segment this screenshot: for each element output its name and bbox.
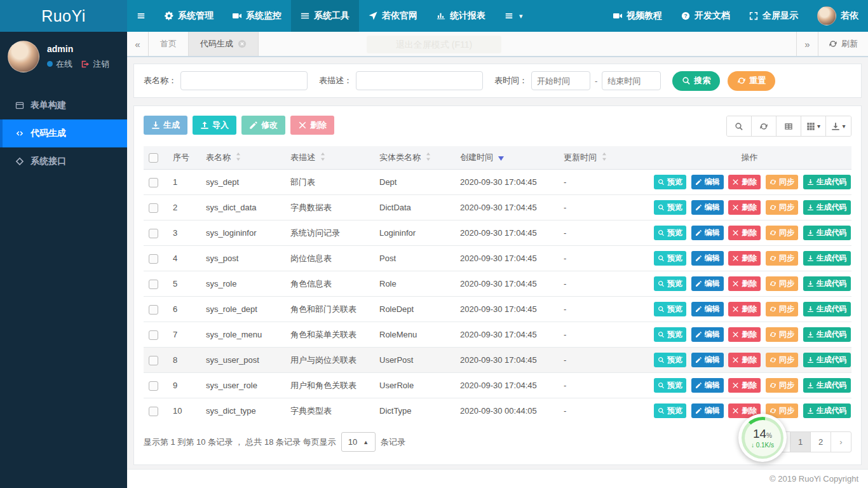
nav-item-system-monitor[interactable]: 系统监控 — [223, 0, 291, 32]
nav-item-system-manage[interactable]: 系统管理 — [155, 0, 223, 32]
row-delete-button[interactable]: 删除 — [728, 200, 761, 215]
sidebar-item-system-api[interactable]: 系统接口 — [0, 147, 127, 175]
tab-refresh-button[interactable]: 刷新 — [818, 32, 868, 56]
row-checkbox[interactable] — [149, 330, 158, 340]
sidebar-item-code-generation[interactable]: 代码生成 — [0, 119, 127, 147]
select-all-checkbox[interactable] — [149, 153, 158, 163]
row-checkbox[interactable] — [149, 229, 158, 238]
row-generate-code-button[interactable]: 生成代码 — [803, 276, 851, 291]
preview-button[interactable]: 预览 — [654, 226, 686, 240]
tabs-scroll-right-button[interactable]: » — [796, 32, 818, 56]
col-header-table-name[interactable]: 表名称 — [201, 146, 285, 170]
preview-button[interactable]: 预览 — [654, 378, 686, 393]
nav-item-fullscreen[interactable]: 全屏显示 — [740, 0, 808, 32]
row-generate-code-button[interactable]: 生成代码 — [803, 403, 851, 418]
row-delete-button[interactable]: 删除 — [728, 378, 761, 393]
row-edit-button[interactable]: 编辑 — [691, 251, 724, 266]
col-header-entity[interactable]: 实体类名称 — [374, 146, 455, 170]
download-progress-widget[interactable]: 14% ↓ 0.1K/s — [738, 414, 787, 462]
row-checkbox[interactable] — [149, 305, 158, 315]
row-delete-button[interactable]: 删除 — [728, 327, 761, 342]
nav-item-dev-docs[interactable]: ? 开发文档 — [672, 0, 740, 32]
row-sync-button[interactable]: 同步 — [766, 353, 798, 367]
row-checkbox[interactable] — [149, 178, 158, 187]
row-sync-button[interactable]: 同步 — [766, 327, 798, 342]
tab-close-icon[interactable] — [238, 39, 247, 48]
table-export-button[interactable]: ▾ — [826, 116, 851, 136]
row-checkbox[interactable] — [149, 407, 158, 416]
row-generate-code-button[interactable]: 生成代码 — [803, 251, 851, 266]
logout-link[interactable]: 注销 — [93, 58, 109, 70]
row-checkbox[interactable] — [149, 356, 158, 365]
preview-button[interactable]: 预览 — [654, 251, 686, 266]
page-button-2[interactable]: 2 — [810, 431, 831, 452]
tabs-scroll-left-button[interactable]: « — [127, 32, 149, 56]
reset-button[interactable]: 重置 — [728, 71, 775, 91]
nav-item-stats-report[interactable]: 统计报表 — [427, 0, 495, 32]
nav-item-video-tutorial[interactable]: 视频教程 — [604, 0, 672, 32]
preview-button[interactable]: 预览 — [654, 276, 686, 291]
end-time-input[interactable] — [602, 71, 661, 90]
row-delete-button[interactable]: 删除 — [728, 302, 761, 316]
table-desc-input[interactable] — [356, 71, 483, 90]
row-edit-button[interactable]: 编辑 — [691, 175, 724, 189]
table-name-input[interactable] — [180, 71, 308, 90]
page-size-select[interactable]: 10 ▲ — [341, 432, 376, 452]
start-time-input[interactable] — [531, 71, 590, 90]
preview-button[interactable]: 预览 — [654, 175, 686, 189]
row-edit-button[interactable]: 编辑 — [691, 403, 724, 418]
row-generate-code-button[interactable]: 生成代码 — [803, 378, 851, 393]
sidebar-toggle-button[interactable] — [127, 0, 155, 32]
row-sync-button[interactable]: 同步 — [766, 226, 798, 240]
col-header-table-desc[interactable]: 表描述 — [285, 146, 374, 170]
row-generate-code-button[interactable]: 生成代码 — [803, 226, 851, 240]
preview-button[interactable]: 预览 — [654, 353, 686, 367]
preview-button[interactable]: 预览 — [654, 403, 686, 418]
tab-code-generation[interactable]: 代码生成 — [189, 32, 259, 56]
row-checkbox[interactable] — [149, 280, 158, 289]
user-avatar-large[interactable] — [8, 41, 39, 72]
row-sync-button[interactable]: 同步 — [766, 175, 798, 189]
row-delete-button[interactable]: 删除 — [728, 353, 761, 367]
nav-item-ruoyi-website[interactable]: 若依官网 — [359, 0, 427, 32]
row-delete-button[interactable]: 删除 — [728, 276, 761, 291]
nav-more-dropdown[interactable]: ▾ — [495, 0, 532, 32]
row-edit-button[interactable]: 编辑 — [691, 276, 724, 291]
preview-button[interactable]: 预览 — [654, 302, 686, 316]
table-detail-view-button[interactable] — [776, 116, 801, 136]
preview-button[interactable]: 预览 — [654, 327, 686, 342]
row-sync-button[interactable]: 同步 — [766, 251, 798, 266]
row-sync-button[interactable]: 同步 — [766, 200, 798, 215]
row-sync-button[interactable]: 同步 — [766, 378, 798, 393]
tab-home[interactable]: 首页 — [149, 32, 189, 56]
row-sync-button[interactable]: 同步 — [766, 276, 798, 291]
row-edit-button[interactable]: 编辑 — [691, 378, 724, 393]
col-header-updated[interactable]: 更新时间 — [559, 146, 648, 170]
sidebar-item-form-builder[interactable]: 表单构建 — [0, 92, 127, 119]
row-checkbox[interactable] — [149, 203, 158, 213]
delete-button[interactable]: 删除 — [290, 116, 334, 135]
row-delete-button[interactable]: 删除 — [728, 226, 761, 240]
row-edit-button[interactable]: 编辑 — [691, 353, 724, 367]
row-edit-button[interactable]: 编辑 — [691, 327, 724, 342]
import-button[interactable]: 导入 — [193, 116, 236, 135]
row-generate-code-button[interactable]: 生成代码 — [803, 327, 851, 342]
row-sync-button[interactable]: 同步 — [766, 302, 798, 316]
row-generate-code-button[interactable]: 生成代码 — [803, 302, 851, 316]
nav-item-system-tools[interactable]: 系统工具 — [291, 0, 359, 32]
col-header-created[interactable]: 创建时间 — [455, 146, 559, 170]
next-page-button[interactable]: › — [831, 431, 851, 452]
table-refresh-button[interactable] — [752, 116, 776, 136]
row-edit-button[interactable]: 编辑 — [691, 302, 724, 316]
row-generate-code-button[interactable]: 生成代码 — [803, 200, 851, 215]
user-menu[interactable]: 若依 — [808, 0, 868, 32]
table-search-toggle-button[interactable] — [727, 116, 752, 136]
table-columns-button[interactable]: ▾ — [801, 116, 826, 136]
row-checkbox[interactable] — [149, 381, 158, 391]
preview-button[interactable]: 预览 — [654, 200, 686, 215]
page-button-1[interactable]: 1 — [790, 431, 811, 452]
row-edit-button[interactable]: 编辑 — [691, 200, 724, 215]
row-edit-button[interactable]: 编辑 — [691, 226, 724, 240]
edit-button[interactable]: 修改 — [241, 116, 285, 135]
row-delete-button[interactable]: 删除 — [728, 251, 761, 266]
